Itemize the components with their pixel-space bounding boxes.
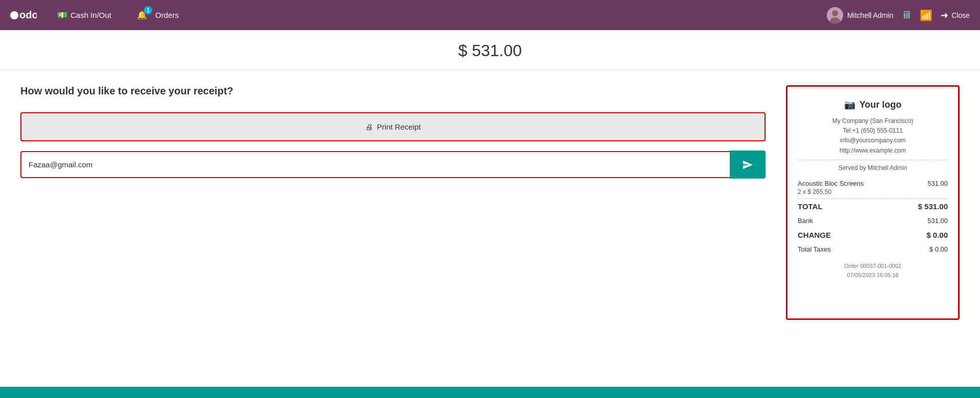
print-receipt-button[interactable]: 🖨 Print Receipt [20,112,766,141]
avatar [827,7,843,23]
nav-cash-in-out[interactable]: 💵 Cash In/Out [52,7,116,23]
close-label: Close [951,11,970,19]
receipt-logo-label: Your logo [859,100,902,110]
bank-label: Bank [798,217,813,225]
company-email: info@yourcompany.com [798,136,948,145]
receipt-total-row: TOTAL $ 531.00 [798,202,948,211]
cash-icon: 💵 [57,10,67,20]
print-receipt-label: Print Receipt [377,122,421,131]
change-value: $ 0.00 [926,231,948,239]
receipt-footer: Order 00037-001-0002 07/05/2023 16:05:18 [798,261,948,280]
receipt-divider-top [798,160,948,160]
orders-badge: 1 [144,6,152,14]
order-date: 07/05/2023 16:05:18 [798,270,948,280]
navbar: odoo 💵 Cash In/Out 🔔 1 Orders Mitchell A… [0,0,980,30]
main-content: How would you like to receive your recei… [0,70,980,335]
wifi-icon: 📶 [920,9,933,21]
receipt-panel: 📷 Your logo My Company (San Francisco) T… [786,85,960,320]
receipt-bank-row: Bank 531.00 [798,217,948,225]
receipt-company-info: My Company (San Francisco) Tel:+1 (650) … [798,116,948,156]
company-tel: Tel:+1 (650) 555-0111 [798,126,948,136]
odoo-logo[interactable]: odoo [10,7,37,23]
item-price: 531.00 [927,180,948,187]
email-row [20,151,766,179]
bank-value: 531.00 [927,217,948,225]
svg-point-0 [10,11,18,19]
monitor-icon: 🖥 [901,9,912,21]
receipt-question: How would you like to receive your recei… [20,85,766,97]
svg-point-3 [832,10,838,16]
receipt-items: Acoustic Bloc Screens 531.00 2 x $ 265.5… [798,180,948,195]
amount-header: $ 531.00 [0,30,980,70]
amount-value: $ 531.00 [458,41,522,60]
send-email-button[interactable] [730,151,766,179]
item-qty-row: 2 x $ 265.50 [798,188,948,195]
total-value: $ 531.00 [918,202,948,211]
printer-icon: 🖨 [365,122,373,131]
item-qty: 2 x $ 265.50 [798,188,831,195]
change-label: CHANGE [798,231,831,239]
email-input[interactable] [20,151,730,178]
receipt-total-divider [798,198,948,199]
receipt-change-row: CHANGE $ 0.00 [798,231,948,239]
item-name: Acoustic Bloc Screens [798,180,864,187]
navbar-right: Mitchell Admin 🖥 📶 ➜ Close [827,7,970,23]
user-name: Mitchell Admin [847,11,893,19]
taxes-label: Total Taxes [798,245,831,253]
nav-orders-label: Orders [155,11,179,19]
camera-icon: 📷 [844,99,855,110]
receipt-logo-row: 📷 Your logo [798,99,948,110]
table-row: Acoustic Bloc Screens 531.00 [798,180,948,187]
send-icon [742,159,753,170]
close-button[interactable]: ➜ Close [941,10,970,21]
nav-cash-label: Cash In/Out [70,11,111,19]
bottom-bar [0,387,980,398]
company-name: My Company (San Francisco) [798,116,948,126]
nav-orders[interactable]: 🔔 1 Orders [132,7,184,23]
receipt-taxes-row: Total Taxes $ 0.00 [798,245,948,253]
total-label: TOTAL [798,202,823,211]
left-panel: How would you like to receive your recei… [20,85,766,179]
receipt-served-by: Served by Mitchell Admin [798,164,948,171]
close-arrow-icon: ➜ [941,10,948,21]
user-info[interactable]: Mitchell Admin [827,7,893,23]
taxes-value: $ 0.00 [929,245,948,253]
company-website: http://www.example.com [798,146,948,156]
order-number: Order 00037-001-0002 [798,261,948,271]
svg-text:odoo: odoo [19,9,37,20]
